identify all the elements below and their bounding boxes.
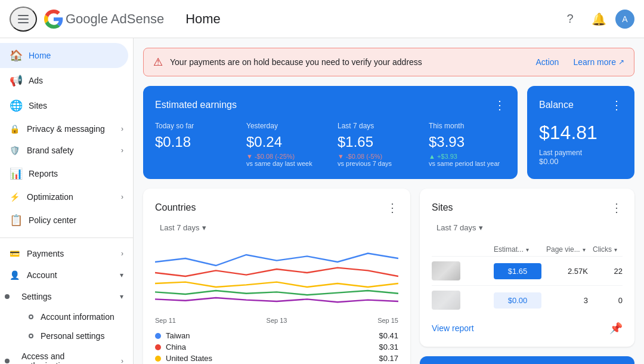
country-item-taiwan: Taiwan $0.41 bbox=[155, 331, 398, 340]
top-cards-row: Estimated earnings ⋮ Today so far $0.18 … bbox=[143, 86, 634, 179]
sidebar-item-ads[interactable]: 📢 Ads bbox=[0, 68, 128, 93]
site-row-2: $0.00 3 0 bbox=[432, 285, 623, 314]
sites-table-header: Estimat... ▾ Page vie... ▾ Clicks ▾ bbox=[432, 243, 623, 256]
notifications-button[interactable]: 🔔 bbox=[587, 7, 611, 31]
avatar[interactable]: A bbox=[615, 10, 634, 29]
settings-subnav: Account information Personal settings bbox=[0, 307, 133, 346]
yesterday-earnings: Yesterday $0.24 ▼ -$0.08 (-25%) vs same … bbox=[246, 122, 323, 167]
usa-name: United States bbox=[166, 354, 374, 363]
estimated-col-header[interactable]: Estimat... ▾ bbox=[494, 245, 541, 254]
sidebar-item-settings-label: Settings bbox=[21, 292, 52, 301]
sidebar-item-brand-safety[interactable]: 🛡️ Brand safety › bbox=[0, 140, 133, 161]
last7-earnings: Last 7 days $1.65 ▼ -$0.08 (-5%) vs prev… bbox=[338, 122, 414, 167]
sidebar-item-access[interactable]: Access and authorization › bbox=[0, 346, 133, 364]
alert-action-link[interactable]: Action bbox=[535, 57, 559, 67]
content-row: Countries ⋮ Last 7 days ▾ bbox=[143, 189, 634, 364]
sidebar-item-personal-settings[interactable]: Personal settings bbox=[19, 326, 133, 346]
china-value: $0.31 bbox=[379, 343, 398, 351]
sidebar-item-optimization[interactable]: ⚡ Optimization › bbox=[0, 186, 133, 208]
site-row-1-estimated: $1.65 bbox=[494, 263, 541, 279]
chevron-right-icon-3: › bbox=[121, 193, 123, 201]
sidebar-item-sites[interactable]: 🌐 Sites bbox=[0, 93, 128, 118]
privacy-icon: 🔒 bbox=[10, 124, 20, 134]
estimated-sort-icon: ▾ bbox=[526, 246, 529, 253]
estimated-col-label: Estimat... bbox=[494, 245, 524, 254]
page-title: Home bbox=[185, 11, 551, 27]
sidebar-item-settings[interactable]: Settings ▾ bbox=[0, 286, 133, 307]
sidebar-item-payments[interactable]: 💳 Payments › bbox=[0, 243, 133, 264]
settings-dot bbox=[5, 294, 10, 299]
countries-filter-button[interactable]: Last 7 days ▾ bbox=[155, 220, 211, 236]
policy-icon: 📋 bbox=[10, 214, 21, 227]
sidebar-item-account-label: Account bbox=[27, 270, 57, 280]
sites-menu-button[interactable]: ⋮ bbox=[611, 200, 623, 215]
chart-area bbox=[155, 240, 398, 312]
today-earnings: Today so far $0.18 bbox=[155, 122, 232, 167]
chevron-down-icon-2: ▾ bbox=[120, 292, 123, 301]
sidebar-item-reports[interactable]: 📊 Reports bbox=[0, 161, 128, 186]
sites-card: Sites ⋮ Last 7 days ▾ Estimat... ▾ bbox=[420, 189, 634, 347]
reports-icon: 📊 bbox=[10, 167, 21, 180]
personal-settings-circle bbox=[29, 334, 33, 338]
countries-card: Countries ⋮ Last 7 days ▾ bbox=[143, 189, 410, 364]
sidebar-item-policy-center[interactable]: 📋 Policy center bbox=[0, 208, 128, 233]
last-payment-label: Last payment bbox=[539, 149, 623, 157]
sites-pin-icon[interactable]: 📌 bbox=[609, 322, 623, 335]
chevron-right-icon-5: › bbox=[121, 357, 123, 364]
sidebar-item-privacy-messaging[interactable]: 🔒 Privacy & messaging › bbox=[0, 118, 133, 140]
home-icon: 🏠 bbox=[10, 49, 21, 62]
sidebar-item-account[interactable]: 👤 Account ▾ bbox=[0, 264, 133, 286]
earnings-card-title: Estimated earnings bbox=[155, 100, 237, 110]
countries-menu-button[interactable]: ⋮ bbox=[386, 200, 398, 215]
country-list: Taiwan $0.41 China $0.31 United States $… bbox=[155, 331, 398, 364]
clicks-col-label: Clicks bbox=[593, 245, 612, 254]
personal-settings-label: Personal settings bbox=[41, 331, 104, 341]
sites-filter-chevron: ▾ bbox=[479, 223, 483, 232]
logo: Google AdSense bbox=[44, 10, 164, 29]
balance-card-header: Balance ⋮ bbox=[539, 98, 623, 112]
layout: 🏠 Home 📢 Ads 🌐 Sites 🔒 Privacy & messagi… bbox=[0, 38, 644, 364]
countries-card-header: Countries ⋮ bbox=[155, 200, 398, 215]
help-button[interactable]: ? bbox=[558, 7, 582, 31]
learn-more-link[interactable]: Learn more ↗ bbox=[573, 57, 624, 67]
thismonth-change-text: ▲ +$3.93 bbox=[429, 153, 457, 160]
yesterday-change: ▼ -$0.08 (-25%) vs same day last week bbox=[246, 153, 323, 167]
sidebar-item-access-label: Access and authorization bbox=[21, 351, 114, 364]
sidebar-item-home[interactable]: 🏠 Home bbox=[0, 43, 128, 68]
countries-card-title: Countries bbox=[155, 202, 196, 213]
sidebar-divider-1 bbox=[0, 237, 133, 238]
thismonth-sub: vs same period last year bbox=[429, 160, 500, 167]
site-row-1-clicks: 22 bbox=[593, 267, 623, 276]
clicks-col-header[interactable]: Clicks ▾ bbox=[593, 245, 623, 254]
main-content: ⚠ Your payments are on hold because you … bbox=[134, 38, 644, 364]
today-value: $0.18 bbox=[155, 134, 232, 150]
sites-filter-button[interactable]: Last 7 days ▾ bbox=[432, 220, 488, 236]
balance-card: Balance ⋮ $14.81 Last payment $0.00 bbox=[527, 86, 634, 179]
alert-text: Your payments are on hold because you ne… bbox=[170, 57, 528, 67]
earnings-menu-button[interactable]: ⋮ bbox=[494, 98, 506, 112]
brand-safety-icon: 🛡️ bbox=[10, 146, 20, 155]
balance-menu-button[interactable]: ⋮ bbox=[611, 98, 623, 112]
x-label-1: Sep 11 bbox=[155, 317, 176, 324]
sidebar-item-ads-label: Ads bbox=[29, 76, 43, 85]
site-row-2-estimated: $0.00 bbox=[494, 292, 541, 309]
account-icon: 👤 bbox=[10, 270, 20, 280]
pageview-col-header[interactable]: Page vie... ▾ bbox=[546, 245, 588, 254]
app-name: Google AdSense bbox=[66, 11, 164, 27]
sidebar-item-account-information[interactable]: Account information bbox=[19, 307, 133, 326]
usa-value: $0.17 bbox=[379, 354, 398, 363]
todo-header: ☰ To do ⋮ bbox=[420, 356, 634, 364]
last7-change: ▼ -$0.08 (-5%) vs previous 7 days bbox=[338, 153, 414, 167]
usa-dot bbox=[155, 356, 161, 362]
thismonth-earnings: This month $3.93 ▲ +$3.93 vs same period… bbox=[429, 122, 506, 167]
last7-label: Last 7 days bbox=[338, 122, 414, 130]
sites-view-report-button[interactable]: View report bbox=[432, 323, 474, 333]
thismonth-label: This month bbox=[429, 122, 506, 130]
sites-table: Estimat... ▾ Page vie... ▾ Clicks ▾ bbox=[432, 243, 623, 314]
account-info-circle bbox=[29, 314, 33, 319]
countries-filter-label: Last 7 days bbox=[160, 223, 200, 232]
sidebar-item-brand-label: Brand safety bbox=[27, 146, 74, 155]
taiwan-value: $0.41 bbox=[379, 331, 398, 340]
last7-sub: vs previous 7 days bbox=[338, 160, 392, 167]
menu-button[interactable] bbox=[10, 7, 37, 32]
